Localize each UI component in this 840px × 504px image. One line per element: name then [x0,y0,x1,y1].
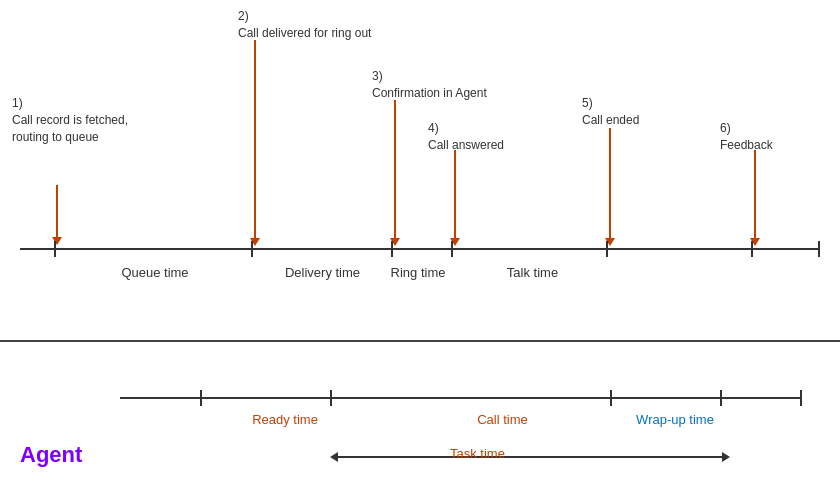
call-time-label: Call time [395,412,610,427]
task-arrow-line [338,456,722,458]
diagram-container: 1) Call record is fetched, routing to qu… [0,0,840,504]
ready-time-label: Ready time [220,412,350,427]
btick-2 [330,390,332,406]
annotation-6: 6) Feedback [720,120,773,154]
btick-4 [720,390,722,406]
arrow-3 [390,100,400,246]
tick-3 [391,241,393,257]
tick-5 [606,241,608,257]
task-time-arrow [330,452,730,462]
task-arrow-left [330,452,338,462]
arrow-2 [250,40,260,246]
wrapup-time-label: Wrap-up time [615,412,735,427]
task-time-text: Task time [450,446,505,461]
top-timeline-bar [20,248,820,250]
annotation-1: 1) Call record is fetched, routing to qu… [12,95,128,145]
agent-label: Agent [20,442,82,468]
arrow-1 [52,185,62,245]
tick-1 [54,241,56,257]
talk-time-label: Talk time [455,265,610,280]
delivery-time-label: Delivery time [255,265,390,280]
task-arrow-right [722,452,730,462]
arrow-5 [605,128,615,246]
tick-6 [751,241,753,257]
annotation-3: 3) Confirmation in Agent [372,68,487,102]
annotation-2: 2) Call delivered for ring out [238,8,371,42]
bottom-section: Ready time Call time Wrap-up time Task t… [0,342,840,504]
top-section: 1) Call record is fetched, routing to qu… [0,0,840,340]
tick-4 [451,241,453,257]
tick-2 [251,241,253,257]
arrow-6 [750,150,760,246]
arrow-4 [450,150,460,246]
btick-1 [200,390,202,406]
btick-3 [610,390,612,406]
ring-time-label: Ring time [378,265,458,280]
btick-5 [800,390,802,406]
tick-7 [818,241,820,257]
queue-time-label: Queue time [70,265,240,280]
annotation-5: 5) Call ended [582,95,639,129]
annotation-4: 4) Call answered [428,120,504,154]
bottom-timeline-bar [120,397,800,399]
